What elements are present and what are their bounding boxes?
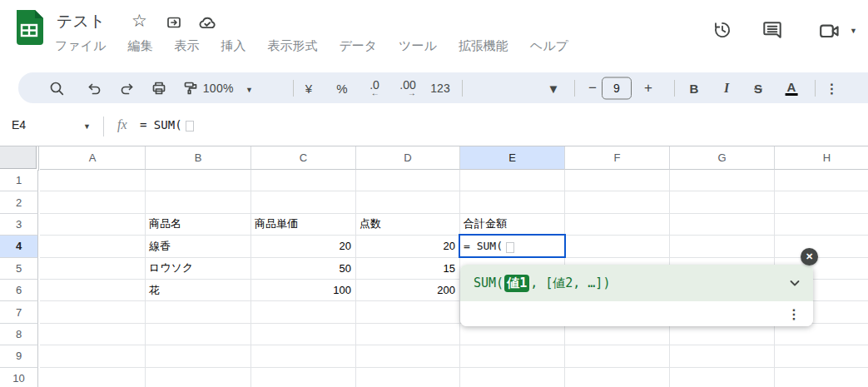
cell-C1[interactable]: [251, 170, 356, 191]
cell-F9[interactable]: [565, 345, 670, 367]
cell-A1[interactable]: [40, 170, 146, 191]
row-header-6[interactable]: 6: [0, 280, 38, 301]
formula-input[interactable]: = SUM(: [140, 118, 194, 131]
row-header-5[interactable]: 5: [0, 258, 38, 280]
bold-button[interactable]: B: [690, 81, 699, 95]
sheets-logo-icon[interactable]: [15, 10, 43, 45]
column-header-E[interactable]: E: [460, 146, 565, 170]
cell-D2[interactable]: [356, 191, 460, 213]
cell-C5[interactable]: 50: [251, 258, 356, 280]
cell-G2[interactable]: [670, 191, 775, 213]
cell-E9[interactable]: [460, 345, 565, 367]
cell-A2[interactable]: [40, 191, 146, 213]
cell-D9[interactable]: [356, 345, 460, 367]
cell-E1[interactable]: [460, 170, 565, 191]
cell-E10[interactable]: [460, 368, 565, 387]
formula-help-expand-chevron-icon[interactable]: [788, 276, 801, 290]
cell-B9[interactable]: [146, 345, 251, 367]
increase-decimal-button[interactable]: .00→: [399, 80, 415, 96]
cell-E3[interactable]: 合計金額: [460, 214, 565, 236]
column-header-G[interactable]: G: [670, 146, 775, 170]
column-header-A[interactable]: A: [40, 146, 146, 170]
row-header-2[interactable]: 2: [0, 191, 38, 213]
cell-B1[interactable]: [146, 170, 251, 191]
cell-D6[interactable]: 200: [356, 280, 460, 301]
currency-format-button[interactable]: ¥: [305, 81, 312, 95]
percent-format-button[interactable]: %: [336, 81, 347, 95]
column-header-H[interactable]: H: [775, 146, 868, 170]
cell-C9[interactable]: [251, 345, 356, 367]
cell-D1[interactable]: [356, 170, 460, 191]
cell-B7[interactable]: [146, 301, 251, 323]
menu-insert[interactable]: 挿入: [221, 38, 246, 54]
cell-B3[interactable]: 商品名: [146, 214, 251, 236]
cell-G9[interactable]: [670, 345, 775, 367]
cell-B4[interactable]: 線香: [146, 236, 251, 257]
cell-H9[interactable]: [775, 345, 868, 367]
search-icon[interactable]: [48, 80, 65, 97]
cell-B8[interactable]: [146, 324, 251, 345]
toolbar-more-icon[interactable]: ⋮: [826, 80, 840, 96]
column-header-C[interactable]: C: [251, 146, 356, 170]
active-cell-editor[interactable]: = SUM(: [459, 234, 566, 258]
cell-C7[interactable]: [251, 301, 356, 323]
row-header-3[interactable]: 3: [0, 214, 38, 236]
menu-data[interactable]: データ: [339, 38, 377, 54]
row-header-4[interactable]: 4: [0, 236, 38, 257]
row-header-7[interactable]: 7: [0, 301, 38, 323]
meet-dropdown-caret-icon[interactable]: ▼: [850, 27, 857, 35]
column-header-D[interactable]: D: [356, 146, 460, 170]
strikethrough-button[interactable]: S: [754, 81, 762, 95]
formula-help-close-icon[interactable]: ✕: [801, 248, 818, 265]
cell-H4[interactable]: [775, 236, 868, 257]
cell-C10[interactable]: [251, 368, 356, 387]
cell-E8[interactable]: [460, 324, 565, 345]
print-icon[interactable]: [151, 80, 167, 97]
menu-format[interactable]: 表示形式: [267, 38, 317, 54]
move-to-folder-icon[interactable]: [165, 14, 183, 31]
cell-C6[interactable]: 100: [251, 280, 356, 301]
zoom-control[interactable]: 100% ▼: [203, 82, 253, 95]
row-header-9[interactable]: 9: [0, 345, 38, 367]
cell-G8[interactable]: [670, 324, 775, 345]
italic-button[interactable]: I: [724, 81, 729, 96]
cell-A6[interactable]: [40, 280, 146, 301]
cell-G3[interactable]: [670, 214, 775, 236]
cloud-saved-icon[interactable]: [197, 14, 217, 31]
redo-icon[interactable]: [119, 80, 136, 97]
paint-format-icon[interactable]: [182, 80, 199, 97]
cell-F2[interactable]: [565, 191, 670, 213]
menu-extensions[interactable]: 拡張機能: [459, 38, 508, 54]
cell-H3[interactable]: [775, 214, 868, 236]
cell-H10[interactable]: [775, 368, 868, 387]
cell-D8[interactable]: [356, 324, 460, 345]
cell-F3[interactable]: [565, 214, 670, 236]
cell-C8[interactable]: [251, 324, 356, 345]
cell-F1[interactable]: [565, 170, 670, 191]
name-box-caret-icon[interactable]: ▼: [83, 122, 91, 131]
cell-A10[interactable]: [40, 368, 146, 387]
cell-G10[interactable]: [670, 368, 775, 387]
menu-file[interactable]: ファイル: [55, 38, 106, 54]
cell-B5[interactable]: ロウソク: [146, 258, 251, 280]
text-color-button[interactable]: A: [786, 81, 798, 96]
star-icon[interactable]: ☆: [131, 11, 147, 31]
column-header-B[interactable]: B: [146, 146, 251, 170]
cell-A5[interactable]: [40, 258, 146, 280]
increase-font-size-button[interactable]: +: [644, 80, 652, 97]
document-title[interactable]: テスト: [57, 11, 105, 32]
decrease-font-size-button[interactable]: −: [588, 80, 597, 97]
cell-B10[interactable]: [146, 368, 251, 387]
cell-H8[interactable]: [775, 324, 868, 345]
cell-C4[interactable]: 20: [251, 236, 356, 257]
font-dropdown-caret-icon[interactable]: ▼: [548, 81, 560, 95]
decrease-decimal-button[interactable]: .0←: [370, 80, 379, 96]
meet-camera-icon[interactable]: [818, 21, 841, 41]
cell-D4[interactable]: 20: [356, 236, 460, 257]
cell-B6[interactable]: 花: [146, 280, 251, 301]
cell-D3[interactable]: 点数: [356, 214, 460, 236]
cell-F4[interactable]: [565, 236, 670, 257]
cell-A7[interactable]: [40, 301, 146, 323]
formula-help-more-icon[interactable]: ⋮: [787, 306, 801, 322]
cell-F10[interactable]: [565, 368, 670, 387]
